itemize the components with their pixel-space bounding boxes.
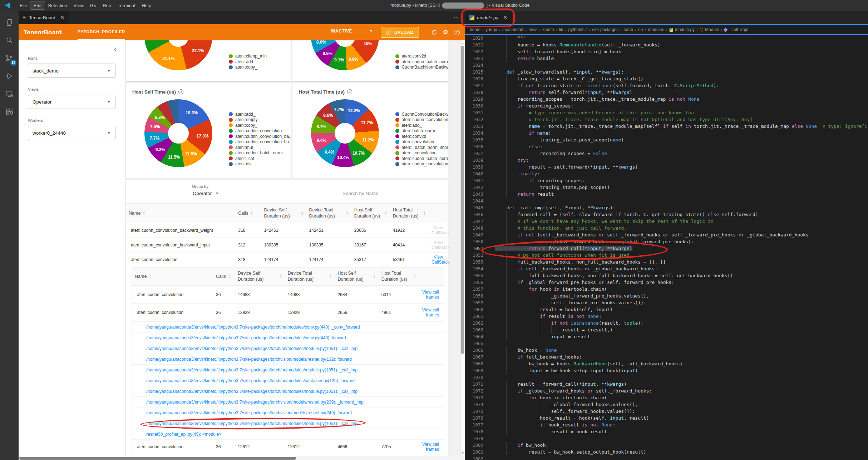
breadcrumb-item[interactable]: Module › [700,27,724,32]
call-frame-link[interactable]: /home/yangu/anaconda3/envs/kineto/lib/py… [146,335,346,340]
call-frame-link[interactable]: resnet50_profiler_api.py(45): <module> [146,432,221,437]
tab-pytorch-profiler[interactable]: PYTORCH_PROFILER [78,24,125,40]
call-frame-link[interactable]: /home/yangu/anaconda3/envs/kineto/lib/py… [146,346,359,351]
code-line[interactable]: 1034 if name: [465,130,868,136]
scroll-down-icon[interactable]: ▼ [461,451,465,455]
sort-icon[interactable]: ▲▼ [143,211,145,215]
view-call-frames-link[interactable]: View call frames [422,442,439,452]
sort-icon[interactable]: ▲▼ [346,211,349,215]
menu-item[interactable]: Help [138,1,154,9]
code-line[interactable]: 1059 self._forward_pre_hooks.values()): [465,299,868,306]
search-input[interactable] [342,189,405,198]
code-line[interactable]: 1080 if bw_hook: [465,442,868,449]
code-line[interactable]: 1027 if not tracing_state or isinstance(… [465,82,868,89]
help-icon[interactable]: ? [178,89,183,94]
code-line[interactable]: 1045 def _call_impl(self, *input, **kwar… [465,204,868,211]
code-line[interactable]: 1024 [465,62,868,69]
code-line[interactable]: 1026 tracing_state = torch._C._get_traci… [465,75,868,82]
column-header[interactable]: Host Total Duration (us) ▲▼ [379,268,419,285]
call-frame-link[interactable]: /home/yangu/anaconda3/envs/kineto/lib/py… [146,357,352,362]
column-header[interactable]: Host Total Duration (us) ▲▼ [390,205,429,221]
breadcrumb-item[interactable]: home › [470,27,485,32]
code-line[interactable]: 1066 bw_hook = None [465,347,868,354]
call-frame-link[interactable]: /home/yangu/anaconda3/envs/kineto/lib/py… [146,325,360,330]
code-line[interactable]: 1051············return forward_call(*inp… [465,245,868,252]
menu-item[interactable]: Edit [30,1,45,9]
code-line[interactable]: 1069 input = bw_hook.setup_input_hook(in… [465,367,868,374]
column-header[interactable]: Name ▲▼ [126,208,235,219]
vertical-scrollbar[interactable]: ▲ ▼ [460,40,465,456]
more-actions-icon[interactable]: ⋯ [453,11,459,24]
column-header[interactable]: Host Self Duration (us) ▲▼ [335,268,378,285]
breadcrumb-item[interactable]: modules › [648,27,669,32]
explorer-icon[interactable] [1,14,18,31]
column-header[interactable]: Calls ▲▼ [213,271,235,282]
code-line[interactable]: 1077 if hook_result is not None: [465,421,868,428]
code-line[interactable]: 1032 # torch.jit._trace._trace_module_ma… [465,116,868,123]
column-header[interactable]: ▲▼ [419,274,444,279]
code-line[interactable]: 1058 _global_forward_pre_hooks.values(), [465,292,868,299]
code-line[interactable]: 1030 if recording_scopes: [465,102,868,109]
code-line[interactable]: 1046 forward_call = (self._slow_forward … [465,211,868,218]
group-by-select[interactable]: Group By Operator ▼ [192,184,220,198]
code-line[interactable]: 1049 if not (self._backward_hooks or sel… [465,231,868,238]
code-line[interactable]: 1020 """ [465,35,868,41]
column-header[interactable]: Device Total Duration (us) ▲▼ [306,205,351,221]
sort-icon[interactable]: ▲▼ [414,274,416,279]
upload-button[interactable]: i UPLOAD [381,27,419,38]
code-line[interactable]: 1073 for hook in itertools.chain( [465,394,868,401]
breadcrumb-item[interactable]: nn › [638,27,648,32]
column-header[interactable]: Device Total Duration (us) ▲▼ [285,268,335,285]
code-line[interactable]: 1041 if recording_scopes: [465,177,868,184]
breadcrumb-item[interactable]: anaconda3 › [502,27,528,32]
sort-icon[interactable]: ▲▼ [228,274,231,279]
menu-item[interactable]: Run [99,1,114,9]
code-line[interactable]: 1071 result = forward_call(*input, **kwa… [465,381,868,388]
code-line[interactable]: 1067 if full_backward_hooks: [465,354,868,360]
code-line[interactable]: 1048 # this function, and just call forw… [465,225,868,231]
code-line[interactable]: 1062 if not isinstance(result, tuple): [465,320,868,326]
code-line[interactable]: 1022 self._forward_hooks[handle.id] = ho… [465,48,868,55]
code-line[interactable]: 1076 hook_result = hook(self, input, res… [465,415,868,421]
code-line[interactable]: 1039 result = self.forward(*input, **kwa… [465,164,868,170]
column-header[interactable]: Device Self Duration (us) ▲▼ [235,268,285,285]
search-icon[interactable] [1,31,18,49]
code-line[interactable]: 1038 try: [465,157,868,164]
extensions-icon[interactable] [1,103,18,121]
sort-icon[interactable]: ▲▼ [301,211,304,215]
remote-explorer-icon[interactable] [1,85,18,103]
code-line[interactable]: 1033 name = torch.jit._trace._trace_modu… [465,123,868,130]
menu-item[interactable]: Selection [45,1,70,9]
menu-item[interactable]: View [70,1,87,9]
column-header[interactable]: Device Self Duration (us) ▲▼ [261,205,306,221]
help-icon[interactable]: ? [454,30,460,35]
code-line[interactable]: 1054 if self._backward_hooks or _global_… [465,265,868,272]
breadcrumb-item[interactable]: yangu › [485,27,502,32]
code-line[interactable]: 1056 if _global_forward_pre_hooks or sel… [465,279,868,286]
code-line[interactable]: 1023 return handle [465,55,868,62]
code-line[interactable]: 1057 for hook in itertools.chain( [465,286,868,292]
code-line[interactable]: 1035 tracing_state.push_scope(name) [465,136,868,143]
breadcrumb-item[interactable]: site-packages › [592,27,623,32]
collapse-sidebar-icon[interactable]: ‹ [114,45,116,53]
code-line[interactable]: 1021 handle = hooks.RemovableHandle(self… [465,41,868,48]
close-icon[interactable]: ✕ [60,14,65,21]
call-frame-link[interactable]: /home/yangu/anaconda3/envs/kineto/lib/py… [146,410,352,415]
breadcrumb-item[interactable]: module.py › [669,27,700,32]
scrollbar-thumb[interactable] [461,46,464,354]
code-line[interactable]: 1070 [465,374,868,381]
breadcrumb-item[interactable]: kineto › [542,27,559,32]
sort-icon[interactable]: ▲▼ [280,274,282,279]
breadcrumb-item[interactable]: lib › [559,27,568,32]
code-line[interactable]: 1050 or _global_forward_hooks or _global… [465,238,868,245]
column-header[interactable]: Calls ▲▼ [235,208,261,219]
code-line[interactable]: 1061 if result is not None: [465,313,868,320]
call-frame-link[interactable]: /home/yangu/anaconda3/envs/kineto/lib/py… [146,368,359,372]
menu-item[interactable]: Go [87,1,99,9]
code-line[interactable]: 1065 [465,340,868,347]
sort-icon[interactable]: ▲▼ [385,211,387,215]
view-call-frames-link[interactable]: View call frames [422,290,439,300]
sort-icon[interactable]: ▲▼ [373,274,376,279]
refresh-icon[interactable] [431,29,437,35]
code-line[interactable]: 1055 full_backward_hooks, non_full_backw… [465,272,868,279]
